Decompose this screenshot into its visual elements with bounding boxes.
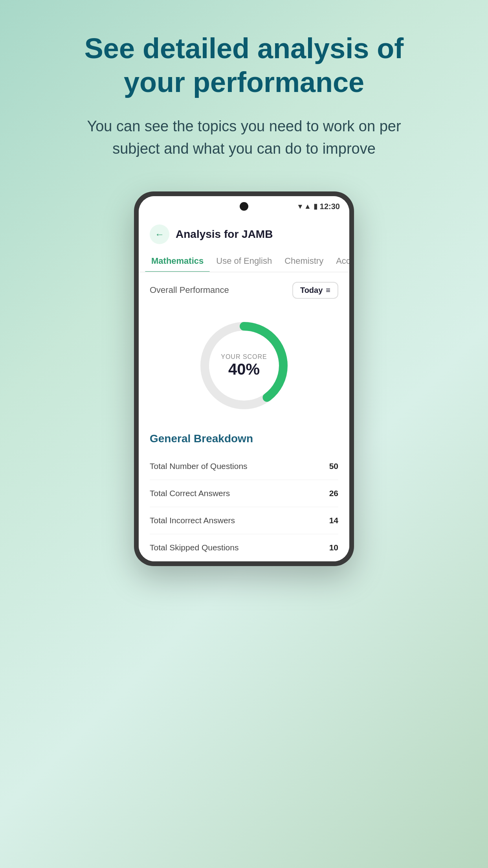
page-title: Analysis for JAMB [176, 228, 273, 241]
wifi-icon: ▾ [298, 202, 302, 211]
total-questions-label: Total Number of Questions [150, 462, 248, 471]
correct-answers-label: Total Correct Answers [150, 489, 230, 498]
clock: 12:30 [320, 202, 340, 211]
donut-chart: YOUR SCORE 40% [193, 314, 295, 417]
breakdown-row-total-questions: Total Number of Questions 50 [150, 453, 338, 480]
today-label: Today [300, 286, 323, 295]
score-display: YOUR SCORE 40% [221, 353, 267, 378]
skipped-questions-label: Total Skipped Questions [150, 543, 238, 552]
back-icon: ← [155, 229, 164, 240]
correct-answers-value: 26 [329, 489, 338, 498]
tab-chemistry[interactable]: Chemistry [278, 250, 330, 272]
performance-label: Overall Performance [150, 285, 229, 295]
tab-use-of-english[interactable]: Use of English [210, 250, 278, 272]
tabs-bar: Mathematics Use of English Chemistry Acc… [139, 250, 349, 272]
breakdown-row-incorrect: Total Incorrect Answers 14 [150, 507, 338, 534]
hero-subtitle: You can see the topics you need to work … [87, 115, 401, 160]
breakdown-title: General Breakdown [150, 432, 338, 445]
screen-content: ← Analysis for JAMB Mathematics Use of E… [139, 217, 349, 561]
back-button[interactable]: ← [150, 224, 169, 244]
filter-icon: ≡ [326, 286, 330, 295]
top-nav: ← Analysis for JAMB [139, 217, 349, 250]
battery-icon: ▮ [314, 202, 317, 211]
phone-mockup: ▾ ▲ ▮ 12:30 ← Analysis for JAMB [134, 191, 354, 566]
skipped-questions-value: 10 [329, 543, 338, 552]
tab-accounts[interactable]: Accou... [330, 250, 349, 272]
status-bar: ▾ ▲ ▮ 12:30 [298, 202, 340, 211]
signal-icon: ▲ [304, 202, 311, 210]
phone-screen: ▾ ▲ ▮ 12:30 ← Analysis for JAMB [139, 196, 349, 561]
incorrect-answers-value: 14 [329, 516, 338, 525]
breakdown-section: General Breakdown Total Number of Questi… [139, 425, 349, 561]
score-value: 40% [221, 360, 267, 378]
incorrect-answers-label: Total Incorrect Answers [150, 516, 235, 525]
camera-notch [240, 202, 248, 211]
phone-frame: ▾ ▲ ▮ 12:30 ← Analysis for JAMB [134, 191, 354, 566]
breakdown-row-correct: Total Correct Answers 26 [150, 480, 338, 507]
status-bar-area: ▾ ▲ ▮ 12:30 [139, 196, 349, 217]
hero-title: See detailed analysis of your performanc… [67, 31, 421, 99]
score-label: YOUR SCORE [221, 353, 267, 360]
breakdown-row-skipped: Total Skipped Questions 10 [150, 534, 338, 561]
total-questions-value: 50 [329, 462, 338, 471]
donut-chart-container: YOUR SCORE 40% [139, 303, 349, 425]
filter-button[interactable]: Today ≡ [292, 282, 338, 299]
tab-mathematics[interactable]: Mathematics [145, 250, 210, 272]
performance-header: Overall Performance Today ≡ [139, 272, 349, 303]
